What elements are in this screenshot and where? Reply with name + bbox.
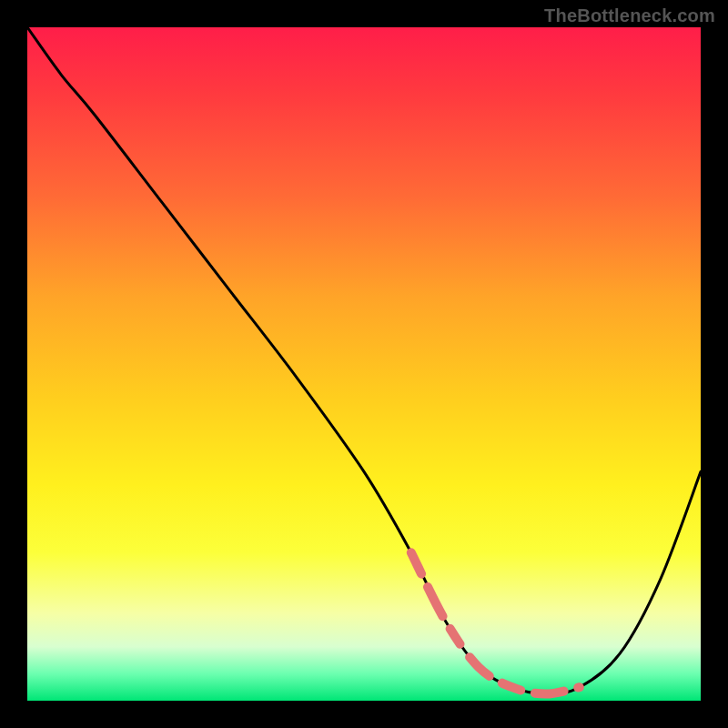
- watermark-text: TheBottleneck.com: [544, 5, 715, 26]
- optimal-region-dashed: [411, 552, 580, 693]
- plot-area: [27, 27, 701, 701]
- bottleneck-curve: [27, 27, 701, 694]
- chart-frame: TheBottleneck.com: [0, 0, 728, 728]
- curve-layer: [27, 27, 701, 701]
